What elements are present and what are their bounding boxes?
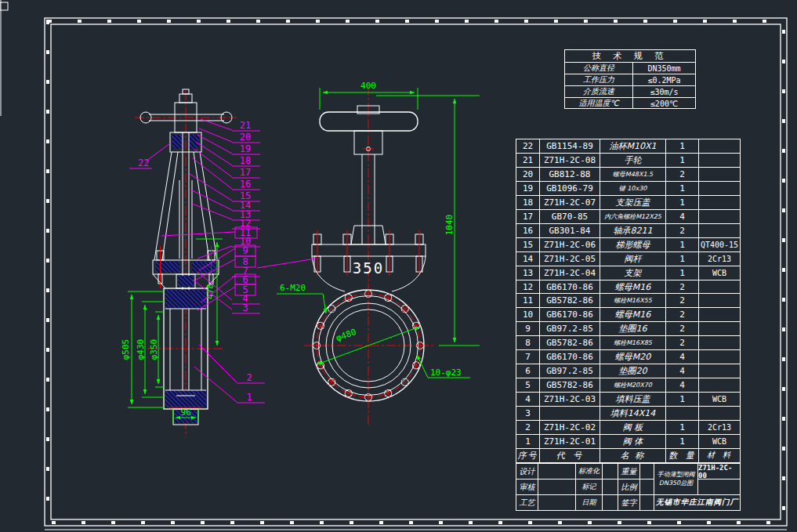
parts-row: 11GB5782-86螺栓M16X552 [516, 294, 740, 308]
drawing-title: 手动薄型闸阀 DN350总图 [654, 464, 698, 494]
parts-cell-no: 10 [516, 308, 540, 321]
parts-cell-code: GB1154-89 [540, 139, 600, 153]
parts-cell-name: 螺母M16 [600, 308, 666, 321]
parts-row: 14Z71H-2C-05阀杆12Cr13 [516, 252, 740, 266]
mark-value [603, 480, 618, 494]
balloon-16: 16 [240, 179, 251, 190]
parts-row: 18Z71H-2C-07支架压盖1 [516, 196, 740, 210]
parts-cell-code: Z71H-2C-07 [540, 196, 600, 209]
date-label: 日期 [576, 495, 603, 510]
parts-cell-no: 8 [516, 336, 540, 349]
parts-row: 13Z71H-2C-04支架1WCB [516, 266, 740, 280]
parts-row: 16GB301-84轴承82112 [516, 224, 740, 238]
parts-cell-code: GB5782-86 [540, 294, 600, 307]
parts-cell-no: 13 [516, 266, 540, 280]
parts-cell-no: 21 [516, 154, 540, 167]
parts-cell-qty: 2 [666, 224, 699, 237]
parts-row: 19GB1096-79键 10x301 [516, 182, 740, 196]
parts-cell-name: 螺母M48X1.5 [600, 168, 666, 181]
parts-cell-qty: 1 [666, 196, 699, 209]
dim-flange-bc: φ430 [136, 339, 146, 360]
title-block-drawing-info: 手动薄型闸阀 DN350总图 Z71H-2C-00 无锡市华庄江南阀门厂 [654, 464, 740, 510]
parts-cell-no: 3 [516, 407, 540, 420]
cad-drawing-sheet: 350 400 1040 φ480 10-φ23 6-M20 φ505 φ430 [0, 0, 797, 532]
mark-label: 标记 [576, 480, 603, 494]
drawing-number-blank [698, 480, 740, 494]
parts-cell-code: GB70-85 [540, 210, 600, 223]
standardization-label: 标准化 [576, 464, 603, 479]
dim-stem-height: 478 [205, 284, 216, 299]
parts-cell-name: 内六角螺栓M12X25 [600, 210, 666, 223]
balloon-19: 19 [240, 143, 251, 154]
spec-label: 公称直径 [565, 63, 633, 74]
parts-row: 9GB97.2-85垫圈162 [516, 322, 740, 336]
parts-cell-material: QT400-15 [699, 238, 740, 252]
dim-thread-holes: 6-M20 [280, 283, 306, 293]
spec-value: ≤30m/s [633, 86, 695, 97]
parts-cell-code: GB6170-86 [540, 350, 600, 364]
sign-label: 签字 [618, 495, 640, 510]
parts-cell-material [699, 196, 740, 209]
parts-cell-code: Z71H-2C-06 [540, 238, 600, 252]
drawing-number: Z71H-2C-00 [698, 464, 740, 480]
parts-cell-material [699, 182, 740, 195]
parts-cell-qty: 1 [666, 421, 699, 434]
weight-label: 重量 [618, 464, 640, 479]
parts-cell-no: 序号 [516, 449, 540, 462]
parts-cell-material: WCB [699, 266, 740, 280]
parts-cell-material: WCB [699, 435, 740, 448]
spec-label: 工作压力 [565, 74, 633, 85]
parts-cell-material [699, 168, 740, 181]
parts-cell-material: 材 料 [699, 449, 740, 462]
parts-row: 8GB5782-86螺栓M16X852 [516, 336, 740, 350]
parts-cell-code: GB97.2-85 [540, 364, 600, 378]
parts-cell-name: 梯形螺母 [600, 238, 666, 252]
front-view: 350 [304, 86, 436, 427]
sign-value [640, 495, 654, 510]
design-value [538, 464, 576, 479]
parts-cell-name: 阀杆 [600, 252, 666, 266]
parts-cell-name: 手轮 [600, 154, 666, 167]
parts-cell-name: 垫圈20 [600, 364, 666, 378]
parts-cell-name: 螺母M20 [600, 350, 666, 364]
parts-row: 5GB5782-86螺栓M20X704 [516, 378, 740, 393]
parts-cell-qty: 1 [666, 154, 699, 167]
parts-row: 21Z71H-2C-08手轮1 [516, 154, 740, 168]
dim-hub-width: 96 [180, 407, 190, 418]
balloon-6: 6 [242, 274, 248, 285]
parts-cell-qty: 4 [666, 350, 699, 364]
parts-cell-qty: 1 [666, 238, 699, 252]
parts-cell-material [699, 350, 740, 364]
parts-row: 1Z71H-2C-01阀 体1WCB [516, 435, 740, 449]
parts-cell-code: 代 号 [540, 449, 600, 462]
parts-cell-code: GB5782-86 [540, 378, 600, 392]
parts-cell-no: 20 [516, 168, 540, 181]
parts-cell-material [699, 210, 740, 223]
parts-cell-material [699, 336, 740, 349]
process-label: 工艺 [516, 495, 538, 510]
parts-cell-qty: 2 [666, 294, 699, 307]
parts-cell-code: GB812-88 [540, 168, 600, 181]
parts-cell-code: Z71H-2C-02 [540, 421, 600, 434]
parts-cell-no: 16 [516, 224, 540, 237]
parts-cell-material: 2Cr13 [699, 421, 740, 434]
parts-row: 4Z71H-2C-03填料压盖1WCB [516, 393, 740, 407]
parts-cell-no: 11 [516, 294, 540, 307]
parts-cell-material [699, 224, 740, 237]
dim-bolt-holes: 10-φ23 [430, 367, 462, 378]
parts-cell-name: 螺栓M20X70 [600, 378, 666, 392]
parts-cell-name: 填料14X14 [600, 407, 666, 420]
balloon-17: 17 [240, 167, 251, 178]
parts-cell-name: 阀 体 [600, 435, 666, 448]
parts-cell-qty: 2 [666, 322, 699, 335]
dim-400: 400 [360, 81, 376, 91]
parts-cell-code: GB6170-86 [540, 280, 600, 294]
parts-cell-no: 12 [516, 280, 540, 294]
parts-cell-name: 轴承8211 [600, 224, 666, 237]
parts-cell-material [699, 322, 740, 335]
parts-cell-material [699, 294, 740, 307]
parts-table-rows: 22GB1154-89油杯M10X1121Z71H-2C-08手轮120GB81… [516, 139, 740, 462]
parts-cell-no: 6 [516, 364, 540, 378]
title-block: 设计 标准化 重量 审核 标记 比例 工艺 日期 签字 手动薄型闸阀 [516, 463, 741, 511]
parts-cell-no: 18 [516, 196, 540, 209]
